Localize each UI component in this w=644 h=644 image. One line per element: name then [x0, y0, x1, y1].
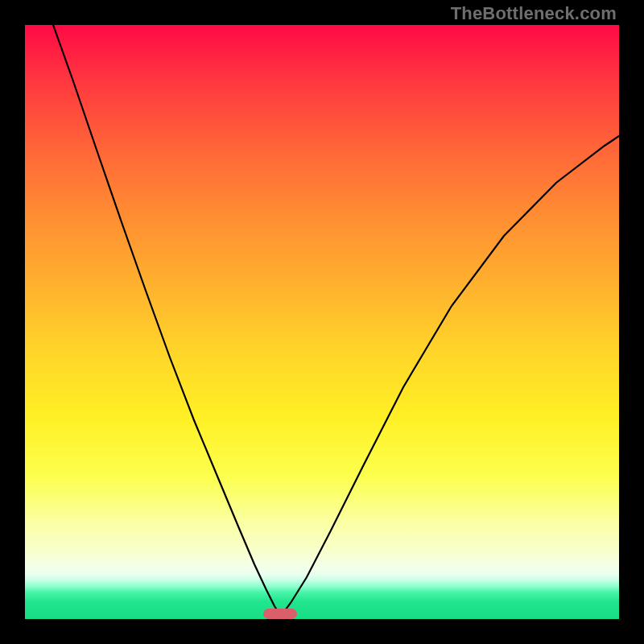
watermark-text: TheBottleneck.com	[451, 3, 617, 24]
plot-area	[25, 25, 619, 619]
optimum-marker	[263, 609, 297, 619]
bottleneck-curve	[25, 25, 619, 619]
